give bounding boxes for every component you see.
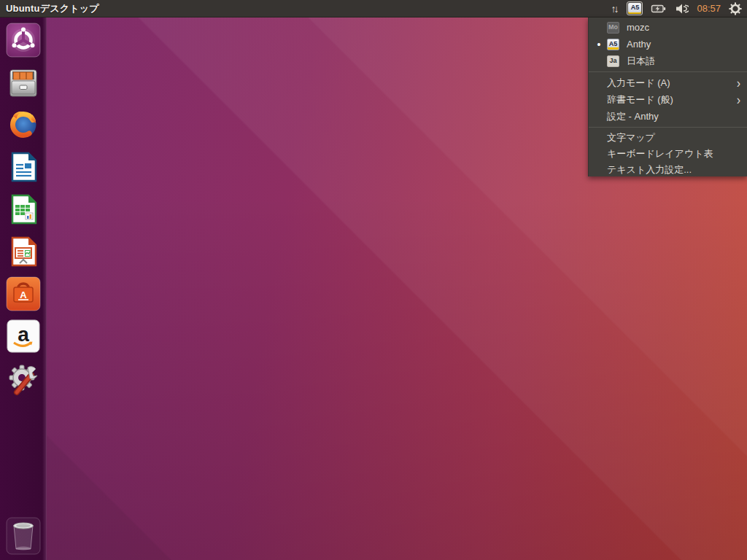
top-panel: Ubuntuデスクトップ ↑↓ A5 08:57 — [0, 0, 747, 18]
menu-item-anthy-settings[interactable]: 設定 - Anthy — [589, 108, 747, 125]
amazon-icon: a — [6, 319, 41, 354]
calc-icon — [6, 192, 41, 227]
menu-item-mozc[interactable]: Mo mozc — [589, 19, 747, 36]
clock[interactable]: 08:57 — [697, 3, 721, 14]
input-method-indicator[interactable]: A5 — [627, 1, 643, 15]
launcher-item-libreoffice-writer[interactable] — [6, 149, 41, 184]
launcher-item-libreoffice-calc[interactable] — [6, 192, 41, 227]
anthy-icon: A5 — [628, 3, 641, 14]
text-entry-arrows-icon[interactable]: ↑↓ — [611, 3, 619, 15]
menu-item-label: 辞書モード (般) — [607, 93, 673, 106]
menu-item-label: テキスト入力設定... — [607, 163, 692, 176]
indicator-tray: ↑↓ A5 08:57 — [611, 1, 747, 15]
radio-indicator-selected: • — [595, 39, 603, 49]
impress-icon — [6, 234, 41, 269]
trash-icon — [6, 517, 41, 555]
launcher-item-ubuntu-software[interactable]: A — [6, 276, 41, 311]
active-app-title: Ubuntuデスクトップ — [0, 2, 99, 15]
launcher-item-libreoffice-impress[interactable] — [6, 234, 41, 269]
svg-text:A: A — [20, 289, 27, 300]
writer-icon — [6, 149, 41, 184]
submenu-arrow-icon: › — [737, 76, 740, 89]
menu-item-dictionary-mode[interactable]: 辞書モード (般) › — [589, 91, 747, 108]
menu-item-label: 日本語 — [627, 55, 655, 68]
submenu-arrow-icon: › — [737, 93, 740, 106]
menu-item-label: mozc — [627, 22, 649, 33]
anthy-icon: A5 — [607, 39, 619, 50]
launcher-item-amazon[interactable]: a — [6, 319, 41, 354]
launcher-item-ubuntu-dash[interactable] — [6, 23, 41, 58]
menu-item-anthy[interactable]: • A5 Anthy — [589, 36, 747, 52]
launcher-item-files[interactable] — [6, 65, 41, 100]
launcher-item-system-settings[interactable] — [6, 361, 41, 396]
menu-item-character-map[interactable]: 文字マップ — [589, 130, 747, 146]
menu-item-label: キーボードレイアウト表 — [607, 147, 713, 160]
menu-item-text-entry-settings[interactable]: テキスト入力設定... — [589, 162, 747, 178]
launcher-item-firefox[interactable] — [6, 107, 41, 142]
menu-separator — [589, 71, 747, 72]
menu-item-label: 設定 - Anthy — [607, 110, 659, 123]
firefox-icon — [6, 107, 41, 142]
unity-launcher: A a — [0, 18, 47, 560]
file-cabinet-icon — [6, 65, 41, 100]
launcher-item-trash[interactable] — [6, 517, 41, 555]
menu-item-label: Anthy — [627, 39, 651, 50]
menu-item-label: 文字マップ — [607, 131, 655, 144]
ubuntu-logo-icon — [6, 23, 41, 58]
settings-gear-wrench-icon — [6, 361, 41, 396]
session-gear-icon[interactable] — [729, 2, 742, 15]
svg-text:a: a — [18, 323, 29, 346]
input-method-menu: Mo mozc • A5 Anthy Ja 日本語 入力モード (A) › 辞書… — [588, 18, 747, 176]
volume-icon[interactable] — [675, 2, 689, 15]
japanese-keyboard-icon: Ja — [607, 55, 619, 67]
software-bag-icon: A — [6, 276, 41, 311]
menu-separator — [589, 127, 747, 128]
menu-item-keyboard-layout-chart[interactable]: キーボードレイアウト表 — [589, 146, 747, 162]
battery-icon[interactable] — [651, 2, 667, 15]
menu-item-label: 入力モード (A) — [607, 77, 670, 90]
menu-item-japanese[interactable]: Ja 日本語 — [589, 52, 747, 69]
mozc-icon: Mo — [607, 22, 619, 34]
menu-item-input-mode[interactable]: 入力モード (A) › — [589, 74, 747, 91]
